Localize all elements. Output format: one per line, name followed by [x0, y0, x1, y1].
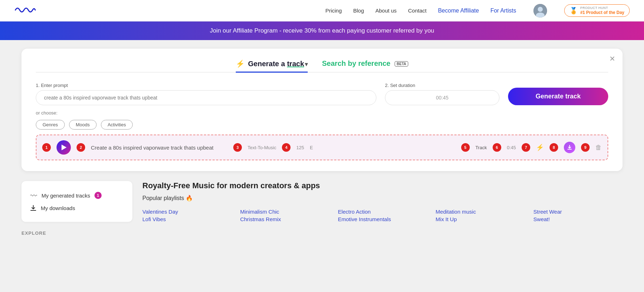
playlist-lofi[interactable]: Lofi Vibes — [142, 215, 231, 223]
playlist-mixitup[interactable]: Mix It Up — [436, 215, 525, 223]
download-button[interactable] — [564, 142, 575, 153]
dot-7: 7 — [522, 143, 530, 152]
track-key: E — [310, 145, 313, 150]
wave-icon — [30, 192, 37, 199]
dot-3: 3 — [233, 143, 242, 152]
nav-artists[interactable]: For Artists — [491, 8, 516, 14]
playlist-valentines[interactable]: Valentines Day — [142, 208, 231, 215]
playlists-header: Popular playlists 🔥 — [142, 195, 623, 201]
lightning-icon: ⚡ — [236, 60, 245, 68]
medal-icon: 🏅 — [570, 7, 577, 15]
tab-generate[interactable]: ⚡ Generate a track▾ — [236, 59, 308, 73]
dropdown-icon[interactable]: ▾ — [305, 61, 308, 67]
sidebar-my-tracks-card: My generated tracks 1 My downloads — [21, 181, 132, 222]
tab-search-label: Search by reference — [322, 59, 390, 67]
affiliate-banner[interactable]: Join our Affiliate Program - receive 30%… — [0, 21, 644, 40]
play-button[interactable] — [57, 140, 71, 155]
playlist-emotive[interactable]: Emotive Instrumentals — [338, 215, 427, 223]
or-choose-label: or choose: — [36, 110, 608, 116]
track-row-container: 1 2 Create a 80s inspired vaporwave trac… — [36, 135, 608, 160]
download-icon — [30, 205, 36, 211]
regenerate-icon[interactable]: ⚡ — [536, 143, 544, 151]
ph-product-label: PRODUCT HUNT — [580, 6, 624, 10]
nav-pricing[interactable]: Pricing — [325, 8, 342, 14]
dot-2: 2 — [77, 143, 85, 152]
pill-activities[interactable]: Activities — [101, 120, 133, 130]
playlists-grid: Valentines Day Lofi Vibes Minimalism Chi… — [142, 208, 623, 223]
generate-tabs: ⚡ Generate a track▾ Search by reference … — [36, 59, 608, 73]
track-tag: Text-To-Music — [248, 145, 276, 150]
delete-icon[interactable]: 🗑 — [595, 144, 602, 151]
duration-input[interactable] — [385, 90, 499, 105]
playlist-col-1: Valentines Day Lofi Vibes — [142, 208, 231, 223]
dot-6: 6 — [493, 143, 501, 152]
explore-label: EXPLORE — [21, 228, 132, 236]
content-title: Royalty-Free Music for modern creators &… — [142, 181, 623, 190]
playlist-col-3: Electro Action Emotive Instrumentals — [338, 208, 427, 223]
my-tracks-label: My generated tracks — [42, 193, 90, 199]
beta-badge: BETA — [395, 61, 408, 67]
pill-genres[interactable]: Genres — [36, 120, 65, 130]
my-downloads-label: My downloads — [41, 205, 75, 211]
banner-text: Join our Affiliate Program - receive 30%… — [210, 27, 434, 34]
navigation: Pricing Blog About us Contact Become Aff… — [0, 0, 644, 21]
tab-word: track — [287, 60, 304, 68]
sidebar: My generated tracks 1 My downloads EXPLO… — [21, 181, 132, 236]
ph-rank-label: #1 Product of the Day — [580, 10, 624, 15]
tab-prefix: Generate a — [248, 60, 287, 68]
track-type: Track — [475, 145, 487, 150]
logo[interactable] — [14, 5, 36, 17]
duration-group: 2. Set duration — [385, 83, 499, 105]
nav-contact[interactable]: Contact — [408, 8, 426, 14]
pills: Genres Moods Activities — [36, 120, 608, 130]
product-hunt-badge[interactable]: 🏅 PRODUCT HUNT #1 Product of the Day — [564, 4, 630, 17]
playlist-streetwear[interactable]: Street Wear — [533, 208, 623, 215]
nav-links: Pricing Blog About us Contact Become Aff… — [325, 4, 630, 18]
nav-blog[interactable]: Blog — [353, 8, 364, 14]
playlist-col-4: Meditation music Mix It Up — [436, 208, 525, 223]
nav-affiliate[interactable]: Become Affiliate — [438, 8, 479, 14]
playlist-electro[interactable]: Electro Action — [338, 208, 427, 215]
playlist-christmas[interactable]: Christmas Remix — [240, 215, 329, 223]
dot-4: 4 — [282, 143, 291, 152]
content-area: Royalty-Free Music for modern creators &… — [142, 181, 623, 236]
prompt-group: 1. Enter prompt — [36, 83, 376, 105]
svg-point-1 — [538, 7, 543, 12]
generate-card: ✕ ⚡ Generate a track▾ Search by referenc… — [21, 49, 623, 171]
playlist-sweat[interactable]: Sweat! — [533, 215, 623, 223]
dot-1: 1 — [42, 143, 51, 152]
dot-8: 8 — [550, 143, 558, 152]
playlist-minimalism[interactable]: Minimalism Chic — [240, 208, 329, 215]
tracks-badge: 1 — [94, 192, 102, 199]
main-content: ✕ ⚡ Generate a track▾ Search by referenc… — [0, 40, 644, 247]
prompt-label: 1. Enter prompt — [36, 83, 376, 88]
avatar[interactable] — [533, 4, 547, 18]
track-duration: 0:45 — [507, 145, 516, 150]
playlist-col-5: Street Wear Sweat! — [533, 208, 623, 223]
track-row: 1 2 Create a 80s inspired vaporwave trac… — [41, 137, 603, 157]
prompt-input[interactable] — [36, 90, 376, 105]
ph-text: PRODUCT HUNT #1 Product of the Day — [580, 6, 624, 15]
tab-search[interactable]: Search by reference BETA — [322, 59, 408, 73]
nav-about[interactable]: About us — [375, 8, 396, 14]
dot-9: 9 — [581, 143, 590, 152]
sidebar-item-my-tracks[interactable]: My generated tracks 1 — [30, 189, 124, 202]
dot-5: 5 — [461, 143, 470, 152]
track-title: Create a 80s inspired vaporwave track th… — [91, 145, 228, 151]
form-row: 1. Enter prompt 2. Set duration Generate… — [36, 83, 608, 105]
generate-button[interactable]: Generate track — [508, 88, 608, 105]
duration-label: 2. Set duration — [385, 83, 499, 88]
track-bpm: 125 — [296, 145, 304, 150]
lower-section: My generated tracks 1 My downloads EXPLO… — [21, 181, 623, 236]
close-button[interactable]: ✕ — [609, 54, 615, 63]
playlist-meditation[interactable]: Meditation music — [436, 208, 525, 215]
pill-moods[interactable]: Moods — [69, 120, 97, 130]
playlist-col-2: Minimalism Chic Christmas Remix — [240, 208, 329, 223]
sidebar-item-downloads[interactable]: My downloads — [30, 202, 124, 214]
